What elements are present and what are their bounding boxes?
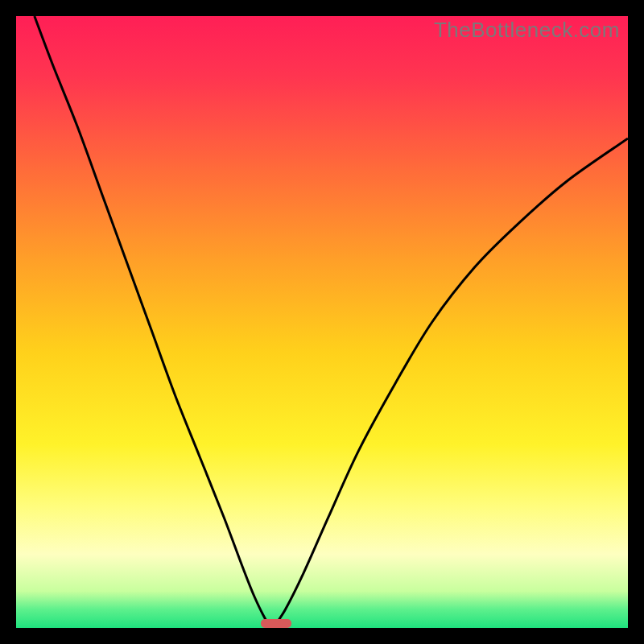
optimal-marker [261, 619, 291, 628]
curve-left [35, 16, 273, 628]
curve-right [273, 138, 628, 628]
bottleneck-curves [16, 16, 628, 628]
plot-area: TheBottleneck.com [16, 16, 628, 628]
